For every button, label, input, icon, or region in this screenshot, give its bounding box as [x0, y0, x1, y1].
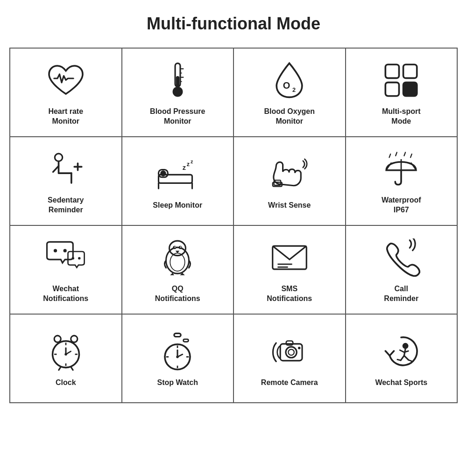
wechat-sports-label: Wechat Sports	[375, 378, 427, 388]
cell-sleep-monitor: z z z Sleep Monitor	[122, 137, 234, 226]
svg-point-40	[78, 257, 80, 259]
cell-sms-notifications: SMSNotifications	[234, 226, 346, 315]
svg-line-33	[389, 154, 391, 157]
blood-oxygen-monitor-label: Blood OxygenMonitor	[264, 107, 315, 126]
svg-text:2: 2	[292, 86, 296, 93]
svg-point-77	[298, 347, 300, 349]
cell-wrist-sense: Wrist Sense	[234, 137, 346, 226]
svg-rect-10	[403, 64, 417, 78]
sedentary-reminder-icon	[45, 148, 87, 190]
clock-label: Clock	[56, 378, 76, 388]
blood-oxygen-monitor-icon: O 2	[269, 59, 311, 101]
svg-line-61	[59, 367, 61, 370]
heart-rate-monitor-label: Heart rateMonitor	[48, 107, 83, 126]
svg-line-34	[396, 153, 397, 156]
blood-pressure-monitor-icon	[156, 59, 198, 101]
svg-line-80	[400, 350, 404, 352]
cell-heart-rate-monitor: Heart rateMonitor	[10, 49, 122, 137]
svg-point-22	[160, 170, 166, 176]
sedentary-reminder-label: SedentaryReminder	[48, 196, 84, 215]
svg-line-35	[404, 153, 406, 156]
svg-point-78	[403, 343, 409, 349]
svg-rect-2	[176, 76, 179, 88]
svg-rect-63	[174, 333, 181, 336]
cell-stop-watch: Stop Watch	[122, 315, 234, 403]
features-grid: Heart rateMonitor Blood PressureMonitor	[9, 48, 458, 403]
stop-watch-label: Stop Watch	[157, 378, 198, 388]
wechat-notifications-icon	[45, 237, 87, 279]
svg-rect-9	[386, 64, 399, 78]
svg-text:O: O	[283, 80, 290, 91]
svg-point-47	[180, 246, 182, 248]
svg-point-39	[71, 257, 74, 259]
qq-notifications-label: QQNotifications	[155, 284, 200, 304]
svg-rect-11	[386, 83, 399, 96]
svg-text:z: z	[191, 159, 193, 164]
svg-point-13	[55, 154, 62, 161]
svg-rect-12	[403, 83, 417, 96]
svg-line-83	[404, 356, 409, 360]
wechat-sports-icon	[380, 330, 422, 372]
svg-point-46	[175, 246, 176, 248]
sms-notifications-icon	[269, 237, 311, 279]
wrist-sense-label: Wrist Sense	[268, 201, 311, 210]
heart-rate-monitor-icon	[45, 59, 87, 101]
cell-wechat-sports: Wechat Sports	[346, 315, 458, 403]
stop-watch-icon	[156, 330, 198, 372]
svg-point-60	[64, 353, 67, 356]
multi-sport-mode-label: Multi-sportMode	[382, 107, 421, 126]
cell-waterproof-ip67: WaterproofIP67	[346, 137, 458, 226]
cell-remote-camera: Remote Camera	[234, 315, 346, 403]
cell-blood-pressure-monitor: Blood PressureMonitor	[122, 49, 234, 137]
svg-point-37	[54, 249, 57, 252]
cell-sedentary-reminder: SedentaryReminder	[10, 137, 122, 226]
cell-clock: Clock	[10, 315, 122, 403]
svg-rect-64	[184, 339, 189, 341]
svg-line-84	[397, 359, 401, 360]
svg-line-36	[410, 154, 412, 157]
svg-point-38	[63, 249, 66, 252]
cell-qq-notifications: QQNotifications	[122, 226, 234, 315]
sms-notifications-label: SMSNotifications	[267, 284, 312, 304]
call-reminder-icon	[380, 237, 422, 279]
wrist-sense-icon	[269, 153, 311, 195]
svg-line-62	[71, 367, 72, 370]
svg-point-74	[286, 347, 297, 357]
sleep-monitor-icon: z z z	[156, 153, 198, 195]
cell-multi-sport-mode: Multi-sportMode	[346, 49, 458, 137]
blood-pressure-monitor-label: Blood PressureMonitor	[150, 107, 205, 126]
svg-point-52	[71, 336, 77, 342]
call-reminder-label: CallReminder	[384, 284, 418, 304]
remote-camera-label: Remote Camera	[261, 378, 318, 388]
svg-text:z: z	[187, 161, 190, 168]
cell-call-reminder: CallReminder	[346, 226, 458, 315]
multi-sport-mode-icon	[380, 59, 422, 101]
svg-rect-76	[286, 341, 293, 345]
svg-point-75	[288, 349, 294, 355]
remote-camera-icon	[269, 330, 311, 372]
cell-blood-oxygen-monitor: O 2 Blood OxygenMonitor	[234, 49, 346, 137]
waterproof-ip67-label: WaterproofIP67	[382, 196, 421, 215]
svg-point-72	[177, 356, 179, 358]
svg-line-85	[409, 360, 412, 361]
svg-point-1	[172, 87, 183, 97]
clock-icon	[45, 330, 87, 372]
cell-wechat-notifications: WechatNotifications	[10, 226, 122, 315]
page-title: Multi-functional Mode	[147, 14, 320, 34]
svg-line-82	[401, 356, 404, 360]
qq-notifications-icon	[156, 237, 198, 279]
svg-text:z: z	[183, 164, 186, 171]
waterproof-ip67-icon	[380, 148, 422, 190]
wechat-notifications-label: WechatNotifications	[43, 284, 88, 304]
sleep-monitor-label: Sleep Monitor	[153, 201, 202, 210]
svg-point-51	[54, 336, 61, 342]
